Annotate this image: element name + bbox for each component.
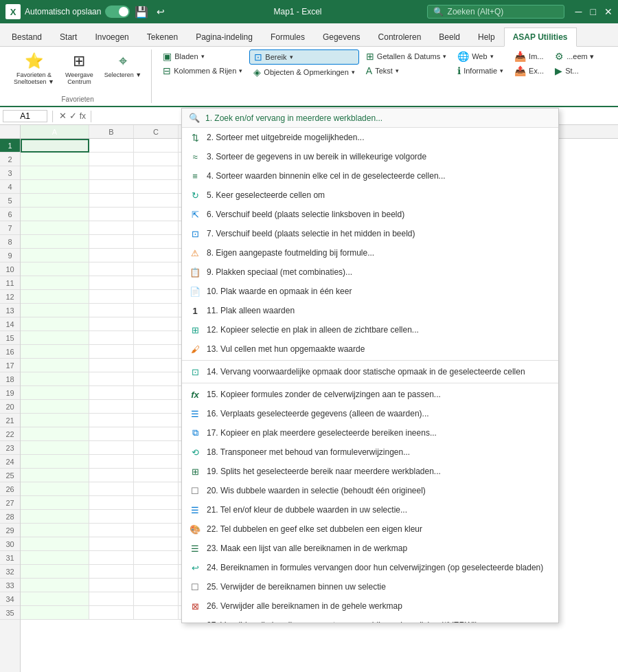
maximize-button[interactable]: □ — [591, 6, 596, 17]
grid-cell[interactable] — [89, 455, 134, 469]
grid-cell[interactable] — [89, 304, 134, 317]
menu-item-16[interactable]: ☰ 16. Verplaats geselecteerde gegevens (… — [182, 404, 558, 423]
grid-cell[interactable] — [89, 510, 134, 524]
grid-cell[interactable] — [134, 290, 179, 304]
grid-cell[interactable] — [89, 482, 134, 496]
close-button[interactable]: ✕ — [604, 6, 613, 17]
export-button[interactable]: 📤 Ex... — [510, 64, 548, 78]
row-header-27[interactable]: 27 — [0, 496, 20, 510]
row-header-19[interactable]: 19 — [0, 386, 20, 400]
search-box[interactable]: 🔍 Zoeken (Alt+Q) — [427, 5, 564, 19]
grid-cell[interactable] — [89, 400, 134, 414]
tab-controleren[interactable]: Controleren — [369, 27, 431, 46]
grid-cell[interactable] — [21, 482, 89, 496]
grid-cell[interactable] — [21, 537, 89, 551]
grid-cell[interactable] — [89, 579, 134, 592]
grid-cell[interactable] — [21, 166, 89, 180]
menu-item-8[interactable]: ⚠ 8. Eigen aangepaste foutmelding bij fo… — [182, 243, 558, 262]
menu-item-10[interactable]: 📄 10. Plak waarde en opmaak in één keer — [182, 282, 558, 301]
grid-cell[interactable] — [134, 235, 179, 249]
row-header-6[interactable]: 6 — [0, 208, 20, 221]
grid-cell[interactable] — [21, 496, 89, 510]
row-header-34[interactable]: 34 — [0, 592, 20, 606]
col-header-b[interactable]: B — [89, 125, 134, 138]
tab-start[interactable]: Start — [51, 27, 86, 46]
row-header-28[interactable]: 28 — [0, 510, 20, 524]
menu-item-12[interactable]: ⊞ 12. Kopieer selectie en plak in alleen… — [182, 320, 558, 339]
grid-cell[interactable] — [89, 469, 134, 482]
grid-cell[interactable] — [21, 469, 89, 482]
grid-cell[interactable] — [21, 565, 89, 579]
row-header-32[interactable]: 32 — [0, 565, 20, 579]
grid-cell[interactable] — [21, 441, 89, 455]
menu-item-20[interactable]: ☐ 20. Wis dubbele waarden in selectie (b… — [182, 481, 558, 500]
insert-function-icon[interactable]: fx — [80, 111, 86, 121]
getallen-button[interactable]: ⊞ Getallen & Datums ▾ — [362, 49, 450, 63]
menu-item-13[interactable]: 🖌 13. Vul cellen met hun opgemaakte waar… — [182, 339, 558, 359]
tab-tekenen[interactable]: Tekenen — [138, 27, 187, 46]
row-header-24[interactable]: 24 — [0, 455, 20, 469]
tab-asap-utilities[interactable]: ASAP Utilities — [504, 27, 577, 47]
grid-cell[interactable] — [21, 579, 89, 592]
grid-cell[interactable] — [134, 166, 179, 180]
system-button[interactable]: ⚙ ...eem ▾ — [551, 49, 598, 63]
grid-cell[interactable] — [21, 592, 89, 606]
grid-cell[interactable] — [134, 249, 179, 262]
import-button[interactable]: 📥 Im... — [510, 49, 548, 63]
grid-cell[interactable] — [21, 317, 89, 331]
grid-cell[interactable] — [89, 496, 134, 510]
web-button[interactable]: 🌐 Web ▾ — [453, 49, 507, 63]
menu-item-15[interactable]: fx 15. Kopieer formules zonder de celver… — [182, 385, 558, 404]
menu-item-7[interactable]: ⊡ 7. Verschuif beeld (plaats selectie in… — [182, 224, 558, 243]
grid-cell[interactable] — [21, 153, 89, 166]
grid-cell[interactable] — [134, 153, 179, 166]
grid-cell[interactable] — [89, 331, 134, 345]
grid-cell[interactable] — [89, 235, 134, 249]
start-menu-button[interactable]: ▶ St... — [551, 64, 598, 78]
row-header-20[interactable]: 20 — [0, 400, 20, 414]
grid-cell[interactable] — [134, 441, 179, 455]
grid-cell[interactable] — [134, 317, 179, 331]
name-box[interactable] — [3, 110, 47, 122]
confirm-formula-icon[interactable]: ✓ — [69, 111, 77, 121]
kolommen-rijen-button[interactable]: ⊟ Kolommen & Rijen ▾ — [159, 64, 247, 78]
grid-cell[interactable] — [21, 606, 89, 620]
menu-item-26[interactable]: ⊠ 26. Verwijder alle bereiknamen in de g… — [182, 596, 558, 616]
objecten-button[interactable]: ◈ Objecten & Opmerkingen ▾ — [249, 65, 359, 79]
grid-cell[interactable] — [89, 276, 134, 290]
grid-cell[interactable] — [89, 194, 134, 208]
grid-cell[interactable] — [21, 139, 89, 153]
row-header-11[interactable]: 11 — [0, 276, 20, 290]
row-header-9[interactable]: 9 — [0, 249, 20, 262]
menu-item-23[interactable]: ☰ 23. Maak een lijst van alle bereikname… — [182, 539, 558, 558]
menu-item-27[interactable]: ⊠ 27. Verwijder alle bereiknamen met een… — [182, 616, 558, 623]
grid-cell[interactable] — [134, 551, 179, 565]
save-icon[interactable]: 💾 — [134, 4, 149, 19]
row-header-2[interactable]: 2 — [0, 153, 20, 166]
grid-cell[interactable] — [21, 400, 89, 414]
grid-cell[interactable] — [21, 455, 89, 469]
grid-cell[interactable] — [21, 221, 89, 235]
grid-cell[interactable] — [134, 524, 179, 537]
tekst-button[interactable]: A Tekst ▾ — [362, 64, 450, 78]
dropdown-first-item[interactable]: 1. Zoek en/of vervang in meerdere werkbl… — [205, 113, 551, 123]
menu-item-11[interactable]: 1 11. Plak alleen waarden — [182, 301, 558, 320]
row-header-26[interactable]: 26 — [0, 482, 20, 496]
grid-cell[interactable] — [89, 153, 134, 166]
grid-cell[interactable] — [21, 276, 89, 290]
grid-cell[interactable] — [21, 304, 89, 317]
menu-item-21[interactable]: ☰ 21. Tel en/of kleur de dubbele waarden… — [182, 500, 558, 519]
tab-invoegen[interactable]: Invoegen — [86, 27, 137, 46]
grid-cell[interactable] — [21, 359, 89, 372]
grid-cell[interactable] — [134, 372, 179, 386]
grid-cell[interactable] — [21, 551, 89, 565]
row-header-23[interactable]: 23 — [0, 441, 20, 455]
tab-help[interactable]: Help — [469, 27, 504, 46]
tab-pagina-indeling[interactable]: Pagina-indeling — [187, 27, 262, 46]
grid-cell[interactable] — [134, 276, 179, 290]
menu-item-19[interactable]: ⊞ 19. Splits het geselecteerde bereik na… — [182, 462, 558, 481]
grid-cell[interactable] — [21, 510, 89, 524]
grid-cell[interactable] — [89, 441, 134, 455]
grid-cell[interactable] — [134, 427, 179, 441]
menu-item-24[interactable]: ↩ 24. Bereiknamen in formules vervangen … — [182, 558, 558, 577]
